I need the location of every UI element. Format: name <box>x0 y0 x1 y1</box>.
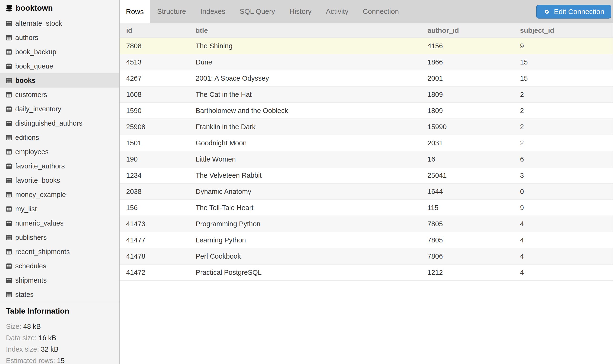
cell-subject-id: 4 <box>520 269 524 276</box>
table-icon <box>6 92 12 98</box>
table-icon <box>6 49 12 55</box>
table-info-data-size: Data size: 16 kB <box>6 332 119 344</box>
cell-id: 156 <box>126 204 138 212</box>
table-row[interactable]: 1590Bartholomew and the Oobleck18092 <box>120 103 615 119</box>
table-icon <box>6 292 12 297</box>
sidebar-item-publishers[interactable]: publishers <box>0 230 119 245</box>
sidebar-item-authors[interactable]: authors <box>0 30 119 45</box>
tab-bar: RowsStructureIndexesSQL QueryHistoryActi… <box>120 0 615 23</box>
sidebar-item-label: book_queue <box>15 62 53 70</box>
table-icon <box>6 163 12 169</box>
table-icon <box>6 249 12 255</box>
sidebar-item-label: schedules <box>15 262 46 270</box>
tab-history[interactable]: History <box>282 0 319 23</box>
cell-author-id: 1809 <box>427 107 443 115</box>
table-row[interactable]: 25908Franklin in the Dark159902 <box>120 119 615 135</box>
tab-sql-query[interactable]: SQL Query <box>233 0 282 23</box>
tab-activity[interactable]: Activity <box>319 0 355 23</box>
table-row[interactable]: 41478Perl Cookbook78064 <box>120 248 615 265</box>
sidebar-item-label: my_list <box>15 205 37 213</box>
sidebar-item-book-queue[interactable]: book_queue <box>0 59 119 73</box>
cell-id: 4267 <box>126 75 142 82</box>
table-row[interactable]: 41473Programming Python78054 <box>120 216 615 232</box>
main-panel: RowsStructureIndexesSQL QueryHistoryActi… <box>120 0 615 364</box>
info-value: 48 kB <box>23 323 41 330</box>
table-row[interactable]: 7808The Shining41569 <box>120 38 615 54</box>
table-icon <box>6 221 12 226</box>
column-header-id[interactable]: id <box>126 26 132 34</box>
cell-title: Goodnight Moon <box>196 139 247 147</box>
edit-connection-button[interactable]: Edit Connection <box>536 5 611 19</box>
sidebar-item-schedules[interactable]: schedules <box>0 259 119 273</box>
sidebar-item-distinguished-authors[interactable]: distinguished_authors <box>0 116 119 130</box>
table-information-title: Table Information <box>6 307 119 315</box>
sidebar-item-my-list[interactable]: my_list <box>0 202 119 216</box>
sidebar-item-books[interactable]: books <box>0 73 119 88</box>
tab-rows[interactable]: Rows <box>120 0 150 23</box>
sidebar-item-alternate-stock[interactable]: alternate_stock <box>0 16 119 30</box>
table-row[interactable]: 1501Goodnight Moon20312 <box>120 135 615 151</box>
table-icon <box>6 278 12 283</box>
cell-title: The Tell-Tale Heart <box>196 204 253 212</box>
table-row[interactable]: 190Little Women166 <box>120 151 615 168</box>
sidebar-item-editions[interactable]: editions <box>0 130 119 145</box>
cell-id: 4513 <box>126 58 142 66</box>
cell-author-id: 7805 <box>427 236 443 244</box>
sidebar-item-daily-inventory[interactable]: daily_inventory <box>0 102 119 116</box>
sidebar-item-book-backup[interactable]: book_backup <box>0 45 119 59</box>
table-header: idtitleauthor_idsubject_id <box>120 23 615 38</box>
table-icon <box>6 149 12 155</box>
column-header-title[interactable]: title <box>196 26 208 34</box>
table-row[interactable]: 41477Learning Python78054 <box>120 232 615 248</box>
sidebar-item-favorite-authors[interactable]: favorite_authors <box>0 159 119 173</box>
sidebar-item-label: recent_shipments <box>15 248 70 256</box>
sidebar-item-shipments[interactable]: shipments <box>0 273 119 287</box>
sidebar-item-label: numeric_values <box>15 219 64 227</box>
table-icon <box>6 106 12 112</box>
cell-author-id: 115 <box>427 204 438 212</box>
sidebar-item-money-example[interactable]: money_example <box>0 187 119 202</box>
table-row[interactable]: 42672001: A Space Odyssey200115 <box>120 70 615 87</box>
column-header-subject-id[interactable]: subject_id <box>520 26 554 34</box>
cell-title: Dune <box>196 58 212 66</box>
table-row[interactable]: 1234The Velveteen Rabbit250413 <box>120 168 615 184</box>
sidebar-item-label: favorite_books <box>15 177 60 184</box>
cell-author-id: 16 <box>427 155 435 163</box>
table-icon <box>6 78 12 83</box>
sidebar-item-numeric-values[interactable]: numeric_values <box>0 216 119 230</box>
table-row[interactable]: 4513Dune186615 <box>120 54 615 70</box>
table-row[interactable]: 41472Practical PostgreSQL12124 <box>120 265 615 281</box>
table-row[interactable]: 2038Dynamic Anatomy16440 <box>120 184 615 200</box>
info-value: 32 kB <box>41 345 59 353</box>
table-icon <box>6 64 12 69</box>
cell-author-id: 7806 <box>427 252 443 260</box>
column-header-author-id[interactable]: author_id <box>427 26 459 34</box>
sidebar-item-favorite-books[interactable]: favorite_books <box>0 173 119 187</box>
tab-structure[interactable]: Structure <box>150 0 193 23</box>
cell-title: 2001: A Space Odyssey <box>196 75 269 82</box>
cell-author-id: 2001 <box>427 75 443 82</box>
sidebar-item-employees[interactable]: employees <box>0 145 119 159</box>
cell-title: Little Women <box>196 155 236 163</box>
sidebar-item-customers[interactable]: customers <box>0 88 119 102</box>
cell-id: 41473 <box>126 220 145 228</box>
tab-connection[interactable]: Connection <box>355 0 406 23</box>
table-row[interactable]: 1608The Cat in the Hat18092 <box>120 87 615 103</box>
cell-id: 2038 <box>126 188 142 195</box>
cell-id: 41478 <box>126 252 145 260</box>
sidebar-item-label: alternate_stock <box>15 20 62 27</box>
cell-subject-id: 4 <box>520 236 524 244</box>
table-row[interactable]: 156The Tell-Tale Heart1159 <box>120 200 615 216</box>
table-icon <box>6 235 12 240</box>
sidebar-item-states[interactable]: states <box>0 287 119 302</box>
info-label: Data size: <box>6 334 37 342</box>
cell-subject-id: 15 <box>520 75 528 82</box>
tab-indexes[interactable]: Indexes <box>193 0 233 23</box>
sidebar-item-recent-shipments[interactable]: recent_shipments <box>0 245 119 259</box>
info-label: Estimated rows: <box>6 357 55 364</box>
cell-author-id: 25041 <box>427 171 447 179</box>
sidebar-item-label: publishers <box>15 234 47 241</box>
sidebar-item-label: customers <box>15 91 47 99</box>
cell-author-id: 1644 <box>427 188 443 195</box>
cell-id: 7808 <box>126 42 142 50</box>
